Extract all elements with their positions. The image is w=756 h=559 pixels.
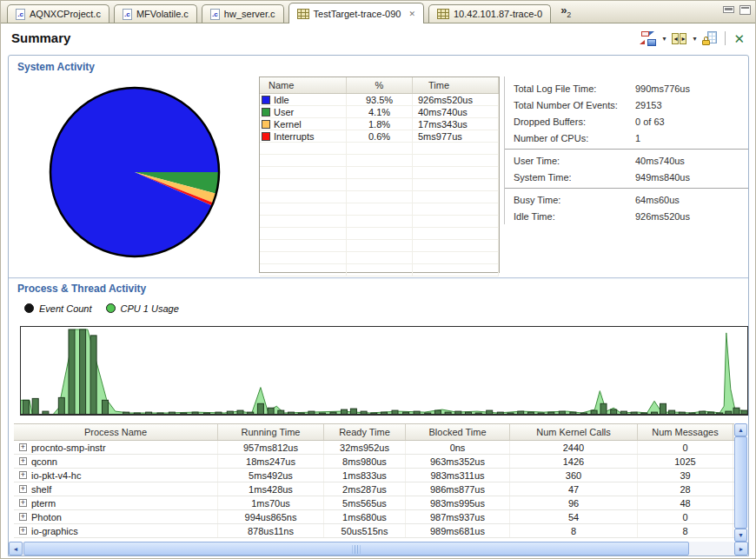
stat-value: 949ms840us [635, 172, 690, 183]
legend-label: Event Count [39, 303, 92, 314]
expand-plus-icon[interactable]: + [19, 527, 27, 535]
process-row-shelf[interactable]: +shelf1ms428us2ms287us986ms877us4728 [14, 482, 734, 496]
tab-label: hw_server.c [224, 9, 275, 19]
switch-pane-blue-square [647, 39, 656, 46]
process-table-horizontal-scrollbar[interactable]: ◄ ► [9, 542, 748, 556]
stat-row: User Time:40ms740us [505, 152, 749, 169]
event-navigation-icon[interactable]: ◂ ▸ [672, 33, 686, 44]
lock-columns-icon[interactable] [702, 31, 717, 45]
usage-empty-row [260, 179, 499, 191]
usage-row-Interrupts[interactable]: Interrupts0.6%5ms977us [260, 130, 499, 143]
usage-row-User[interactable]: User4.1%40ms740us [260, 106, 499, 118]
expand-plus-icon[interactable]: + [19, 443, 27, 451]
expand-plus-icon[interactable]: + [19, 471, 27, 479]
process-cell: 0ns [406, 441, 510, 454]
process-row-io-graphics[interactable]: +io-graphics878us11ns50us515ns989ms681us… [14, 524, 734, 538]
process-row-procnto-smp-instr[interactable]: +procnto-smp-instr957ms812us32ms952us0ns… [14, 441, 734, 455]
process-column-header[interactable]: Num Kernel Calls [510, 424, 638, 440]
expand-plus-icon[interactable]: + [19, 457, 27, 465]
stat-label: System Time: [505, 172, 635, 183]
legend-item: Event Count [24, 303, 92, 314]
process-row-io-pkt-v4-hc[interactable]: +io-pkt-v4-hc5ms492us1ms833us983ms311us3… [14, 469, 734, 482]
event-count-bar [257, 403, 263, 415]
process-cell: 96 [510, 496, 638, 509]
process-cell: 963ms352us [406, 455, 510, 468]
editor-tab-hw_server.c[interactable]: .chw_server.c [202, 4, 284, 23]
page-title: Summary [11, 30, 70, 45]
usage-row-Kernel[interactable]: Kernel1.8%17ms343us [260, 118, 499, 130]
process-row-pterm[interactable]: +pterm1ms70us5ms565us983ms995us9648 [14, 496, 734, 510]
process-cell: 18ms247us [218, 455, 324, 468]
horizontal-scroll-thumb[interactable] [23, 542, 689, 556]
process-cell: 994us865ns [218, 510, 324, 523]
process-column-header[interactable]: Num Messages [638, 424, 733, 440]
switch-pane-blue-arrow [649, 31, 654, 36]
usage-row-Idle[interactable]: Idle93.5%926ms520us [260, 94, 499, 106]
process-cell: 5ms492us [218, 469, 324, 482]
editor-area: .cAQNXCProject.c.cMFVolatile.c.chw_serve… [0, 0, 756, 559]
expand-plus-icon[interactable]: + [19, 499, 27, 507]
event-count-bar [58, 397, 64, 415]
close-view-icon[interactable]: ✕ [733, 32, 745, 45]
scroll-up-icon[interactable]: ▲ [734, 423, 747, 436]
view-window-buttons [723, 5, 751, 15]
process-row-qconn[interactable]: +qconn18ms247us8ms980us963ms352us1426102… [14, 455, 734, 469]
tab-close-icon[interactable]: ✕ [408, 10, 415, 18]
minimize-view-icon[interactable] [723, 6, 734, 13]
usage-column-header[interactable]: % [347, 77, 413, 93]
process-column-header[interactable]: Running Time [218, 424, 324, 440]
scroll-left-icon[interactable]: ◄ [9, 542, 23, 556]
editor-tab-AQNXCProject.c[interactable]: .cAQNXCProject.c [7, 4, 109, 23]
process-cell: 8 [510, 524, 638, 537]
legend-item: CPU 1 Usage [106, 303, 179, 314]
tab-overflow-count: 2 [567, 10, 571, 19]
usage-column-header[interactable]: Time [413, 77, 499, 93]
process-column-header[interactable]: Process Name [14, 424, 218, 440]
event-nav-right-glyph: ▸ [680, 33, 686, 44]
process-cell: 8 [638, 524, 733, 537]
scroll-down-icon[interactable]: ▼ [734, 529, 747, 542]
expand-plus-icon[interactable]: + [19, 513, 27, 521]
event-navigation-dropdown-icon[interactable]: ▾ [693, 35, 696, 43]
event-count-bar [69, 329, 75, 415]
usage-empty-row [260, 167, 499, 179]
stat-value: 29153 [635, 100, 662, 110]
process-column-header[interactable]: Ready Time [324, 424, 406, 440]
usage-table-body: Idle93.5%926ms520usUser4.1%40ms740usKern… [260, 94, 499, 276]
process-column-header[interactable]: Blocked Time [406, 424, 510, 440]
stats-separator [505, 188, 749, 189]
toolbar-separator [725, 31, 726, 45]
process-row-Photon[interactable]: +Photon994us865ns1ms680us987ms937us540 [14, 510, 734, 524]
expand-plus-icon[interactable]: + [19, 485, 27, 493]
system-usage-table: Name%Time Idle93.5%926ms520usUser4.1%40m… [259, 77, 500, 273]
process-cell: 48 [638, 496, 733, 509]
editor-tab-TestTarget-trace-090[interactable]: TestTarget-trace-090✕ [288, 3, 424, 23]
tab-overflow-chevron[interactable]: »2 [560, 6, 571, 19]
switch-pane-red-arrow [640, 40, 645, 44]
stat-label: Dropped Buffers: [505, 116, 635, 127]
process-cell: 1025 [638, 455, 733, 468]
scroll-right-icon[interactable]: ► [734, 542, 748, 556]
c-file-icon: .c [123, 9, 132, 20]
usage-name: User [274, 107, 294, 117]
event-count-bar [103, 400, 109, 415]
process-table-body: +procnto-smp-instr957ms812us32ms952us0ns… [14, 441, 734, 538]
maximize-view-icon[interactable] [739, 5, 751, 15]
stats-separator [505, 149, 749, 150]
editor-tab-10.42.101.87-trace-0[interactable]: 10.42.101.87-trace-0 [428, 4, 551, 23]
process-cell: 1ms833us [324, 469, 406, 482]
vertical-scroll-thumb[interactable] [734, 436, 747, 529]
process-table-vertical-scrollbar[interactable]: ▲ ▼ [734, 423, 747, 542]
event-count-bar [600, 403, 607, 415]
usage-percent: 4.1% [347, 106, 413, 117]
usage-empty-row [260, 264, 499, 276]
event-count-bar [660, 403, 666, 415]
color-chip [262, 96, 270, 104]
switch-pane-dropdown-icon[interactable]: ▾ [662, 35, 666, 43]
stat-label: Idle Time: [505, 211, 635, 222]
process-cell: 39 [638, 469, 733, 482]
editor-tab-MFVolatile.c[interactable]: .cMFVolatile.c [114, 4, 197, 23]
usage-empty-row [260, 216, 499, 228]
switch-pane-icon[interactable] [640, 31, 656, 46]
usage-column-header[interactable]: Name [260, 77, 347, 93]
